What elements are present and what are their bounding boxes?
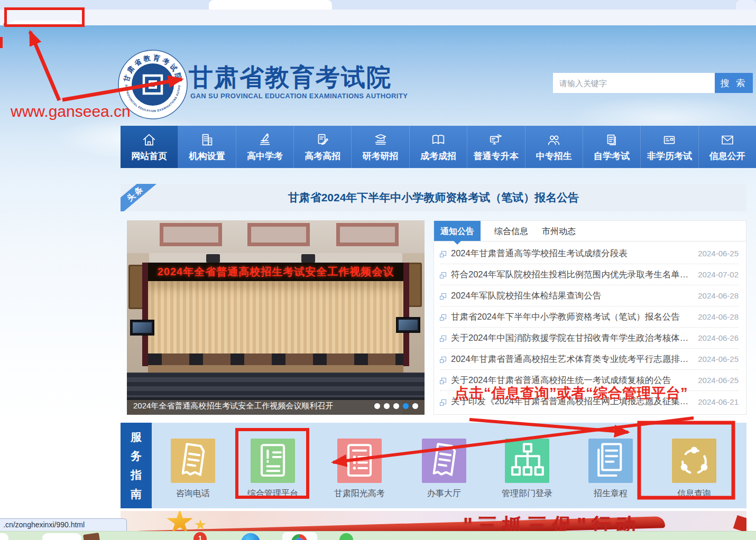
service-item-sunshine-gaokao[interactable]: 甘肃阳光高考 (322, 439, 397, 499)
nav-item-graduate-exam[interactable]: 研考研招 (352, 126, 409, 168)
service-item-information-query[interactable]: 信息查询 (657, 439, 731, 499)
annotation-instruction: 点击“信息查询”或者“综合管理平台” (455, 384, 688, 403)
taskbar: 1 (0, 531, 756, 540)
secondary-browser-tab[interactable] (736, 0, 756, 10)
tab-general-info[interactable]: 综合信息 (494, 221, 528, 241)
tab-notices[interactable]: 通知公告 (434, 221, 481, 241)
site-subtitle: GAN SU PROVINCAL EDUCATION EXAMINATIONS … (190, 92, 408, 100)
page-icon (441, 399, 446, 404)
page-icon (441, 357, 446, 361)
carousel-dot[interactable] (393, 403, 399, 409)
news-row[interactable]: 2024年甘肃普通高等学校招生考试成绩分段表 2024-06-25 (440, 243, 739, 264)
monitor-graduation-icon (488, 132, 504, 148)
side-screen (396, 317, 420, 333)
share-network-icon (672, 439, 716, 483)
service-guide-label: 服 务 指 南 (121, 423, 152, 508)
speaker (301, 254, 315, 263)
carousel-caption: 2024年全省普通高校招生考试安全工作视频会议顺利召开 (133, 401, 374, 411)
envelope-icon (720, 132, 735, 148)
ceiling-panel (160, 223, 222, 246)
pages-icon (588, 439, 633, 483)
books-pencil-icon (257, 132, 273, 148)
search-input[interactable] (553, 73, 715, 93)
sitemap-icon (505, 439, 549, 483)
page-icon (441, 378, 446, 383)
id-card-icon (661, 132, 677, 148)
gold-star-icon (166, 511, 193, 531)
site-search: 搜 索 (553, 73, 753, 93)
nav-item-information-disclosure[interactable]: 信息公开 (699, 126, 756, 168)
service-item-enrollment-charter[interactable]: 招生章程 (574, 439, 648, 499)
browser-tab-strip (0, 0, 756, 10)
news-row[interactable]: 2024年军队院校招生体检结果查询公告 2024-06-28 (440, 285, 739, 306)
home-icon (141, 132, 157, 148)
page-icon (441, 293, 446, 298)
nav-item-vocational-enrollment[interactable]: 中专招生 (525, 126, 583, 168)
building-icon (199, 132, 215, 148)
carousel-dot[interactable] (412, 403, 418, 409)
webpage: 甘肃省教育考试院 GANSU PROVINCIAL EDUCATION EXAM… (0, 25, 756, 531)
wechat-icon[interactable] (339, 533, 353, 540)
tab-city-news[interactable]: 市州动态 (542, 221, 576, 241)
nav-item-adult-exam[interactable]: 成考成招 (410, 126, 467, 168)
red-flag-corner (733, 515, 746, 531)
page-icon (441, 251, 446, 256)
nav-item-organization[interactable]: 机构设置 (178, 126, 236, 168)
campaign-text: "三抓三促"行动 (463, 512, 641, 531)
status-link-preview: .cn/zonghexinxi/990.html (0, 518, 127, 531)
people-icon (546, 132, 562, 148)
carousel-dot[interactable] (384, 403, 390, 409)
nav-item-home[interactable]: 网站首页 (121, 126, 178, 168)
edge-browser-icon[interactable] (241, 533, 260, 540)
nav-item-highschool-exam[interactable]: 高中学考 (236, 126, 294, 168)
led-banner: 2024年全省普通高校招生考试安全工作视频会议 (148, 263, 403, 281)
carousel-caption-bar: 2024年全省普通高校招生考试安全工作视频会议顺利召开 (127, 397, 425, 415)
open-book-icon (430, 132, 446, 148)
news-row[interactable]: 符合2024年军队院校招生投档比例范围内优先录取考生名单公示 2024-07-0… (440, 264, 739, 285)
service-item-management-platform[interactable]: 综合管理平台 (236, 439, 310, 499)
campaign-banner[interactable]: "三抓三促"行动 (121, 511, 746, 531)
folder-icon[interactable] (83, 533, 100, 540)
carousel-dots (374, 403, 418, 409)
carousel-dot[interactable] (374, 403, 380, 409)
browser-toolbar: ganseea.cn (0, 10, 756, 25)
headline-banner: 头条 甘肃省2024年下半年中小学教师资格考试（笔试）报名公告 (121, 184, 746, 211)
service-item-service-hall[interactable]: 办事大厅 (407, 439, 481, 499)
head-table (148, 353, 403, 366)
nav-item-upgrade-exam[interactable]: 普通专升本 (467, 126, 525, 168)
service-item-consult-phone[interactable]: 咨询电话 (156, 439, 230, 499)
main-nav: 网站首页 机构设置 高中学考 高考高招 研考研招 成考成招 (121, 126, 756, 168)
site-title: 甘肃省教育考试院 (189, 61, 392, 94)
taskbar-search-pill[interactable] (42, 533, 81, 540)
audience-rows (127, 373, 425, 400)
speaker (206, 254, 220, 263)
stage-curtain (148, 281, 403, 360)
alert-document-icon (251, 439, 295, 483)
taskbar-item[interactable] (0, 533, 8, 540)
active-browser-tab[interactable] (209, 0, 332, 10)
list-document-icon (337, 439, 382, 483)
service-item-department-login[interactable]: 管理部门登录 (490, 439, 564, 499)
carousel-conference-photo[interactable]: 2024年全省普通高校招生考试安全工作视频会议 2024年全省普通高校招生考试安… (127, 220, 425, 415)
browser-window: ganseea.cn 甘肃省教育考试院 GANSU PROVINCIAL EDU… (0, 0, 756, 540)
nav-item-self-study-exam[interactable]: 自学考试 (583, 126, 641, 168)
search-button[interactable]: 搜 索 (715, 73, 753, 93)
page-icon (441, 336, 446, 340)
news-row[interactable]: 2024年甘肃省普通高校招生艺术体育类专业统考平行志愿排序成绩查询公告 2024… (440, 349, 739, 370)
document-pen-icon (315, 132, 330, 148)
side-screen (130, 320, 154, 336)
nav-item-non-academic-exam[interactable]: 非学历考试 (641, 126, 698, 168)
news-row[interactable]: 关于2024年中国消防救援学院在甘招收青年学生政治考核体检心理测试面试 2024… (440, 328, 739, 349)
headline-title[interactable]: 甘肃省2024年下半年中小学教师资格考试（笔试）报名公告 (121, 184, 746, 211)
ceiling-panel (336, 223, 399, 246)
page-icon (441, 272, 446, 277)
nav-item-gaokao[interactable]: 高考高招 (294, 126, 352, 168)
news-tabs: 通知公告 综合信息 市州动态 (434, 221, 746, 241)
note-icon (171, 439, 215, 483)
note-icon (422, 439, 466, 483)
carousel-dot-active[interactable] (403, 403, 409, 409)
graduation-books-icon (373, 132, 389, 148)
documents-icon (604, 132, 620, 148)
news-row[interactable]: 甘肃省2024年下半年中小学教师资格考试（笔试）报名公告 2024-06-28 (440, 306, 739, 328)
notification-badge[interactable]: 1 (193, 532, 207, 540)
